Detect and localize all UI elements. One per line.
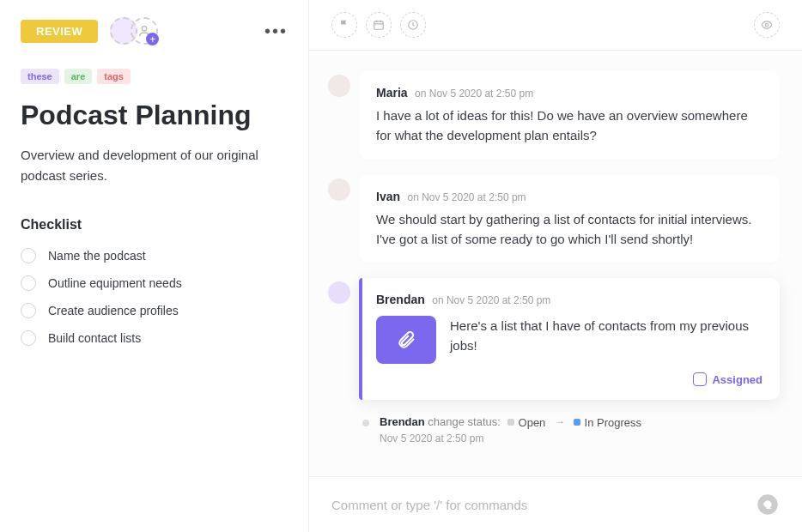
checkbox-icon[interactable] (21, 248, 36, 263)
activity-dot-icon (362, 420, 369, 426)
comment-timestamp: on Nov 5 2020 at 2:50 pm (432, 294, 550, 306)
comment-avatar[interactable] (328, 75, 350, 97)
checklist-item[interactable]: Name the podcast (21, 248, 288, 263)
checklist-item[interactable]: Build contact lists (21, 330, 288, 346)
comment-timestamp: on Nov 5 2020 at 2:50 pm (407, 191, 526, 203)
comment-timestamp: on Nov 5 2020 at 2:50 pm (415, 88, 533, 100)
checkbox-icon[interactable] (21, 303, 36, 318)
assigned-label: Assigned (712, 373, 763, 386)
comment-avatar[interactable] (328, 178, 350, 201)
comment-card[interactable]: Ivan on Nov 5 2020 at 2:50 pmWe should s… (359, 175, 780, 263)
more-menu-button[interactable]: ••• (264, 21, 288, 41)
comments-list: Maria on Nov 5 2020 at 2:50 pmI have a l… (309, 51, 802, 476)
tag[interactable]: tags (97, 69, 131, 84)
tags-row: thesearetags (21, 69, 288, 84)
activity-toolbar (309, 0, 802, 51)
comment-row: Ivan on Nov 5 2020 at 2:50 pmWe should s… (328, 175, 780, 263)
comment-author: Ivan (376, 190, 400, 203)
comment-author: Brendan (376, 293, 425, 306)
checklist-item[interactable]: Outline equipment needs (21, 275, 288, 291)
flag-button[interactable] (331, 12, 357, 38)
assigned-indicator[interactable]: Assigned (376, 372, 763, 386)
checkbox-icon[interactable] (21, 330, 36, 346)
status-badge[interactable]: REVIEW (21, 20, 98, 43)
comment-row: Maria on Nov 5 2020 at 2:50 pmI have a l… (328, 71, 780, 160)
svg-rect-1 (374, 21, 384, 29)
svg-point-0 (143, 27, 147, 31)
comment-body: Here's a list that I have of contacts fr… (450, 316, 763, 356)
checkbox-icon (693, 372, 707, 386)
tag[interactable]: these (21, 69, 59, 84)
comment-avatar[interactable] (328, 281, 350, 304)
plus-icon: + (146, 33, 159, 45)
attachment-icon[interactable] (376, 316, 436, 364)
comment-body: I have a lot of ideas for this! Do we ha… (376, 106, 763, 146)
checklist: Name the podcast Outline equipment needs… (21, 248, 288, 346)
activity-timestamp: Nov 5 2020 at 2:50 pm (380, 432, 645, 444)
checkbox-icon[interactable] (21, 275, 36, 291)
checklist-item[interactable]: Create audience profiles (21, 303, 288, 318)
checklist-item-label: Outline equipment needs (48, 276, 182, 290)
comment-input[interactable] (331, 498, 756, 512)
add-assignee-button[interactable]: + (131, 17, 158, 45)
arrow-right-icon: → (554, 415, 565, 428)
comment-card[interactable]: Maria on Nov 5 2020 at 2:50 pmI have a l… (359, 71, 780, 160)
calendar-button[interactable] (366, 12, 392, 38)
checklist-heading: Checklist (21, 217, 288, 233)
checklist-item-label: Name the podcast (48, 249, 146, 263)
activity-panel: Maria on Nov 5 2020 at 2:50 pmI have a l… (309, 0, 802, 532)
comment-composer (309, 476, 802, 532)
activity-entry: Brendan change status: Open → In Progres… (362, 415, 780, 444)
tag[interactable]: are (64, 69, 93, 84)
watch-button[interactable] (754, 12, 780, 38)
send-icon[interactable] (756, 493, 780, 517)
status-from: Open (507, 416, 546, 429)
activity-author: Brendan (380, 415, 425, 428)
svg-point-3 (765, 23, 769, 27)
comment-author: Maria (376, 86, 408, 100)
page-description: Overview and development of our original… (21, 145, 288, 186)
checklist-item-label: Create audience profiles (48, 304, 179, 317)
comment-row: Brendan on Nov 5 2020 at 2:50 pm Here's … (328, 278, 780, 400)
clock-button[interactable] (400, 12, 426, 38)
comment-body: We should start by gathering a list of c… (376, 209, 763, 250)
comment-card[interactable]: Brendan on Nov 5 2020 at 2:50 pm Here's … (359, 278, 780, 400)
task-header-row: REVIEW + ••• (21, 17, 288, 45)
checklist-item-label: Build contact lists (48, 331, 141, 345)
task-detail-panel: REVIEW + ••• thesearetags Podcast Planni… (0, 0, 309, 532)
status-to: In Progress (574, 416, 641, 429)
page-title: Podcast Planning (21, 100, 288, 131)
activity-verb: change status: (428, 415, 501, 428)
assignee-avatars: + (110, 17, 158, 45)
